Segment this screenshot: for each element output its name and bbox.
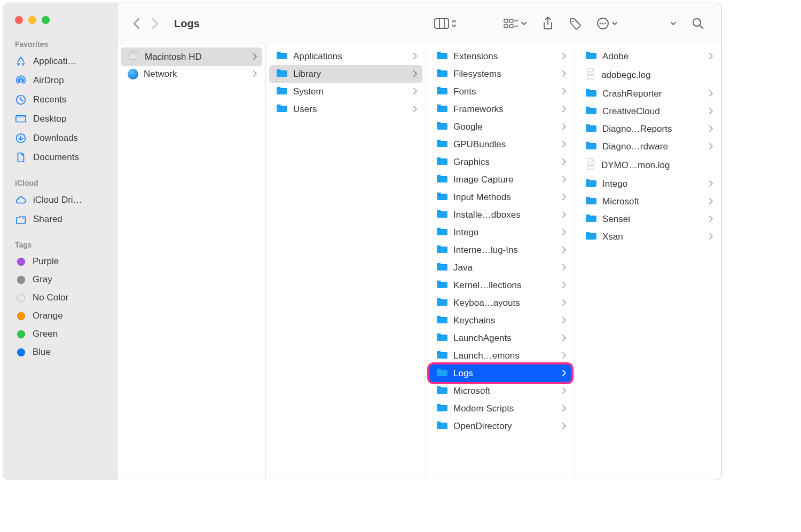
sidebar-item[interactable]: Orange [3,307,117,325]
file-row[interactable]: Graphics [429,153,571,171]
file-row[interactable]: CreativeCloud [578,102,718,120]
file-name: Java [453,263,556,273]
file-row[interactable]: Library [269,65,422,83]
file-row[interactable]: Installe…dboxes [429,206,571,224]
sidebar-item[interactable]: Recents [3,90,117,109]
dropdown-button[interactable] [663,18,684,29]
folder-icon [585,50,597,62]
sidebar-item[interactable]: Downloads [3,129,117,148]
folder-icon [585,231,597,243]
file-row[interactable]: LOGDYMO…mon.log [578,155,718,175]
folder-icon [436,226,448,239]
file-row[interactable]: Java [429,259,571,276]
sidebar-item-label: Documents [33,152,79,163]
file-row[interactable]: Google [429,118,571,136]
folder-icon [436,103,448,115]
file-row[interactable]: Sensei [578,210,718,228]
file-row[interactable]: Interne…lug-Ins [429,241,571,259]
sidebar-section-label: Tags [3,236,117,252]
main-area: Logs [117,3,721,480]
folder-icon [436,209,448,221]
chevron-right-icon [413,70,417,78]
sidebar-item[interactable]: Desktop [3,109,117,129]
logfile-icon: LOG [585,68,596,82]
file-name: Microsoft [453,386,556,396]
file-row[interactable]: System [269,83,422,100]
chevron-right-icon [562,70,566,78]
back-button[interactable] [127,14,146,33]
file-row[interactable]: OpenDirectory [429,417,571,435]
sidebar-item[interactable]: Green [3,325,117,343]
file-row[interactable]: Diagno…rdware [578,138,718,155]
file-row[interactable]: Users [269,100,422,118]
file-row[interactable]: Keyboa…ayouts [429,294,571,312]
sidebar-item[interactable]: Documents [3,148,117,167]
file-row[interactable]: Input Methods [429,188,571,206]
logfile-icon: LOG [585,158,596,172]
sidebar: FavoritesApplicati…AirDropRecentsDesktop… [3,3,117,480]
close-button[interactable] [15,16,23,24]
file-row[interactable]: LOGadobegc.log [578,65,718,85]
file-row[interactable]: Frameworks [429,100,571,118]
file-row[interactable]: Fonts [429,83,571,100]
file-row[interactable]: Keychains [429,312,571,329]
file-row[interactable]: Modem Scripts [429,400,571,417]
file-row[interactable]: Logs [429,364,571,382]
chevron-right-icon [413,105,417,114]
sidebar-item[interactable]: Purple [3,252,117,271]
sidebar-item-label: Applicati… [33,56,76,67]
sidebar-item[interactable]: Gray [3,271,117,289]
group-button[interactable] [496,15,535,32]
file-row[interactable]: Launch…emons [429,347,571,364]
file-row[interactable]: Filesystems [429,65,571,83]
chevron-right-icon [413,88,417,96]
file-name: Intego [602,179,703,189]
chevron-right-icon [562,158,566,166]
minimize-button[interactable] [28,16,36,24]
file-row[interactable]: Network [121,66,262,82]
sidebar-item[interactable]: Applicati… [3,52,117,71]
file-name: System [293,86,407,97]
file-row[interactable]: Applications [269,47,422,65]
search-button[interactable] [684,14,712,33]
file-row[interactable]: Extensions [429,47,571,65]
column-1: ApplicationsLibrarySystemUsers [266,44,426,480]
file-name: Logs [453,368,556,379]
chevron-right-icon [562,211,566,219]
folder-icon [585,195,597,208]
action-button[interactable] [589,14,625,33]
file-row[interactable]: Diagno…Reports [578,120,718,138]
sidebar-item[interactable]: No Color [3,289,117,307]
folder-icon [436,314,448,327]
tags-button[interactable] [561,14,589,33]
share-button[interactable] [535,13,561,34]
chevron-right-icon [562,52,566,61]
window-title: Logs [174,18,200,30]
chevron-right-icon [413,52,417,61]
file-row[interactable]: LaunchAgents [429,329,571,347]
sidebar-item[interactable]: Shared [3,210,117,229]
file-row[interactable]: Intego [429,224,571,241]
sidebar-item-label: iCloud Dri… [33,195,82,205]
folder-icon [585,140,597,153]
sidebar-item[interactable]: Blue [3,343,117,361]
file-row[interactable]: Microsoft [578,193,718,210]
sidebar-item[interactable]: AirDrop [3,71,117,90]
file-row[interactable]: Kernel…llections [429,276,571,294]
file-row[interactable]: CrashReporter [578,85,718,102]
file-row[interactable]: Microsoft [429,382,571,400]
view-columns-button[interactable] [427,14,464,33]
chevron-right-icon [709,142,713,151]
folder-icon [436,332,448,344]
file-row[interactable]: Adobe [578,47,718,65]
maximize-button[interactable] [42,16,50,24]
file-name: Kernel…llections [453,280,556,291]
file-row[interactable]: Xsan [578,228,718,245]
desktop-icon [15,113,27,125]
forward-button[interactable] [146,14,164,33]
file-row[interactable]: GPUBundles [429,136,571,153]
file-row[interactable]: Image Capture [429,171,571,188]
file-row[interactable]: Intego [578,175,718,193]
sidebar-item[interactable]: iCloud Dri… [3,190,117,210]
file-row[interactable]: Macintosh HD [121,47,262,66]
